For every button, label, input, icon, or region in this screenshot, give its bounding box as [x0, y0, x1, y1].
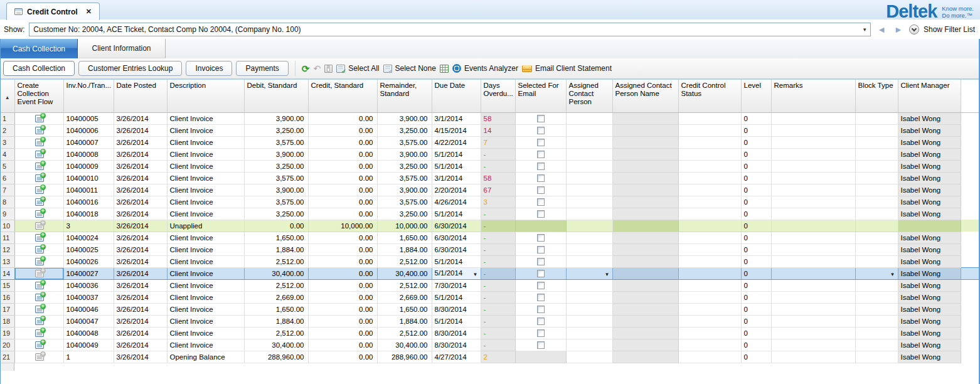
cell-date-posted[interactable]: 3/26/2014	[114, 112, 167, 124]
cell-remainder-standard[interactable]: 2,512.00	[377, 327, 432, 339]
col-header-debit-standard[interactable]: Debit, Standard	[244, 80, 308, 112]
cell-due-date[interactable]: 8/30/2014	[432, 303, 481, 315]
cell-level[interactable]: 0	[741, 184, 771, 196]
cell-remainder-standard[interactable]: 10,000.00	[377, 220, 432, 232]
cell-date-posted[interactable]: 3/26/2014	[114, 255, 167, 267]
filter-combo[interactable]: Customer No: 20004, ACE Ticket, Contact …	[29, 23, 871, 36]
email-checkbox[interactable]	[537, 329, 545, 337]
cell-level[interactable]: 0	[741, 112, 771, 124]
cell-remainder-standard[interactable]: 2,669.00	[377, 291, 432, 303]
cell-invoice-number[interactable]: 10400024	[63, 232, 114, 243]
cell-date-posted[interactable]: 3/26/2014	[114, 160, 167, 172]
events-analyzer-button[interactable]: Events Analyzer	[452, 64, 518, 73]
cell-credit-standard[interactable]: 0.00	[308, 351, 377, 363]
cell-remarks[interactable]	[771, 220, 855, 232]
cell-due-date[interactable]: 4/26/2014	[432, 196, 481, 208]
cell-level[interactable]: 0	[741, 136, 771, 148]
cell-invoice-number[interactable]: 10400016	[63, 196, 114, 208]
subtab-invoices[interactable]: Invoices	[186, 61, 232, 76]
cell-credit-control-status[interactable]	[678, 255, 741, 267]
create-collection-event-cell[interactable]: +	[14, 291, 63, 303]
cell-selected-for-email[interactable]	[515, 303, 566, 315]
cell-credit-standard[interactable]: 0.00	[308, 339, 377, 351]
col-header-assigned-contact-person[interactable]: Assigned Contact Person	[566, 80, 612, 112]
cell-date-posted[interactable]: 3/26/2014	[114, 232, 167, 243]
create-event-icon[interactable]: +	[35, 270, 44, 277]
cell-debit-standard[interactable]: 2,512.00	[244, 279, 308, 291]
cell-credit-control-status[interactable]	[678, 172, 741, 184]
cell-block-type[interactable]: ▼	[855, 267, 898, 279]
cell-assigned-contact-person[interactable]	[566, 243, 612, 255]
chevron-down-icon[interactable]: ▼	[473, 272, 478, 277]
cell-block-type[interactable]	[855, 339, 898, 351]
cell-assigned-contact-person[interactable]	[566, 112, 612, 124]
cell-date-posted[interactable]: 3/26/2014	[114, 291, 167, 303]
document-tab-credit-control[interactable]: Credit Control ✕	[6, 3, 100, 20]
undo-icon[interactable]: ↶	[313, 64, 321, 73]
create-event-icon[interactable]: +	[35, 341, 44, 349]
select-none-button[interactable]: Select None	[383, 64, 436, 73]
cell-description[interactable]: Client Invoice	[167, 112, 244, 124]
cell-block-type[interactable]	[855, 291, 898, 303]
cell-date-posted[interactable]: 3/26/2014	[114, 351, 167, 363]
col-header-inv-no[interactable]: Inv.No./Tran...	[63, 80, 114, 112]
cell-credit-standard[interactable]: 0.00	[308, 148, 377, 160]
col-header-client-manager[interactable]: Client Manager	[898, 80, 961, 112]
cell-remainder-standard[interactable]: 3,900.00	[377, 112, 432, 124]
cell-debit-standard[interactable]: 3,900.00	[244, 184, 308, 196]
cell-selected-for-email[interactable]	[515, 112, 566, 124]
cell-credit-standard[interactable]: 0.00	[308, 112, 377, 124]
subtab-cash-collection[interactable]: Cash Collection	[3, 61, 75, 76]
cell-assigned-contact-person[interactable]	[566, 172, 612, 184]
cell-block-type[interactable]	[855, 255, 898, 267]
col-header-remainder-standard[interactable]: Remainder, Standard	[377, 80, 432, 112]
cell-remainder-standard[interactable]: 3,250.00	[377, 124, 432, 136]
create-event-icon[interactable]: +	[35, 258, 44, 265]
cell-due-date[interactable]: 5/1/2014▼	[432, 267, 481, 279]
cell-remainder-standard[interactable]: 3,575.00	[377, 196, 432, 208]
close-icon[interactable]: ✕	[86, 8, 92, 16]
cell-invoice-number[interactable]: 10400011	[63, 184, 114, 196]
cell-block-type[interactable]	[855, 351, 898, 363]
cell-remarks[interactable]	[771, 148, 855, 160]
cell-due-date[interactable]: 8/30/2014	[432, 339, 481, 351]
cell-credit-standard[interactable]: 0.00	[308, 172, 377, 184]
cell-selected-for-email[interactable]	[515, 136, 566, 148]
cell-due-date[interactable]: 6/30/2014	[432, 232, 481, 243]
cell-description[interactable]: Client Invoice	[167, 339, 244, 351]
cell-due-date[interactable]: 6/30/2014	[432, 220, 481, 232]
cell-level[interactable]: 0	[741, 291, 771, 303]
cell-debit-standard[interactable]: 288,960.00	[244, 351, 308, 363]
cell-remainder-standard[interactable]: 288,960.00	[377, 351, 432, 363]
col-header-level[interactable]: Level	[741, 80, 771, 112]
cell-level[interactable]: 0	[741, 315, 771, 327]
cell-date-posted[interactable]: 3/26/2014	[114, 172, 167, 184]
create-collection-event-cell[interactable]: +	[14, 327, 63, 339]
cell-invoice-number[interactable]: 10400026	[63, 255, 114, 267]
cell-credit-standard[interactable]: 0.00	[308, 315, 377, 327]
cell-selected-for-email[interactable]	[515, 172, 566, 184]
cell-block-type[interactable]	[855, 136, 898, 148]
create-event-icon[interactable]: +	[35, 163, 44, 170]
cell-debit-standard[interactable]: 1,884.00	[244, 315, 308, 327]
cell-block-type[interactable]	[855, 243, 898, 255]
cell-block-type[interactable]	[855, 279, 898, 291]
cell-remainder-standard[interactable]: 1,884.00	[377, 315, 432, 327]
cell-debit-standard[interactable]: 2,512.00	[244, 327, 308, 339]
cell-invoice-number[interactable]: 10400046	[63, 303, 114, 315]
cell-date-posted[interactable]: 3/26/2014	[114, 124, 167, 136]
col-header-credit-control-status[interactable]: Credit Control Status	[678, 80, 741, 112]
cell-credit-control-status[interactable]	[678, 267, 741, 279]
create-collection-event-cell[interactable]: +	[14, 112, 63, 124]
create-event-icon[interactable]: +	[35, 246, 44, 253]
email-checkbox[interactable]	[537, 282, 545, 289]
cell-remarks[interactable]	[771, 172, 855, 184]
create-collection-event-cell[interactable]: +	[14, 124, 63, 136]
cell-assigned-contact-person[interactable]	[566, 279, 612, 291]
cell-date-posted[interactable]: 3/26/2014	[114, 243, 167, 255]
cell-level[interactable]: 0	[741, 208, 771, 220]
create-collection-event-cell[interactable]: +	[14, 303, 63, 315]
cell-remarks[interactable]	[771, 327, 855, 339]
cell-date-posted[interactable]: 3/26/2014	[114, 136, 167, 148]
cell-credit-control-status[interactable]	[678, 208, 741, 220]
